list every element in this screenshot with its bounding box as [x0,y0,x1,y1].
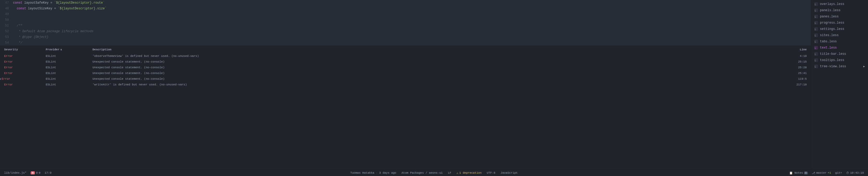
status-bar-inner: lib/index.js* 6 0 0 17:9 Tuomas Hatakka … [2,170,866,176]
code-content-48: const layoutSizeKey = `${layoutDescripto… [13,7,106,10]
warning-count: 0 [36,171,38,174]
error-count-badge: 6 [31,171,35,174]
status-position[interactable]: 17:9 [42,170,54,176]
lint-line-5: 119:5 [781,77,807,80]
svg-text:L: L [815,3,816,6]
lint-row[interactable]: Error ESLint Unexpected console statemen… [0,65,811,70]
lint-severity-2: Error [4,60,46,63]
lint-severity-3: Error [4,66,46,69]
lint-line-6: 217:10 [781,83,807,86]
less-file-icon: L [814,15,818,19]
code-content-53: * @type {Object} [13,35,49,39]
status-git[interactable]: git+ [833,170,844,176]
less-file-icon: L [814,40,818,43]
status-notes[interactable]: 📋 Notes 8 [787,170,810,176]
status-language[interactable]: JavaScript [498,171,520,174]
code-line-47: 47 const layoutSafeKey = `${layoutDescri… [0,0,811,6]
sidebar-file-item-tooltips-less[interactable]: L tooltips.less [811,57,868,63]
line-number-54: 54 [3,41,13,45]
sidebar-file-item-progress-less[interactable]: L progress.less [811,20,868,26]
separator-dot: · [376,171,378,174]
sidebar-file-item-overlays-less[interactable]: L overlays.less [811,1,868,7]
status-author[interactable]: Tuomas Hatakka · 3 days ago [348,171,398,174]
lint-severity-1: Error [4,55,46,58]
sidebar-filename-panes-less: panes.less [820,15,839,19]
status-filename[interactable]: lib/index.js* [2,170,29,176]
status-center: Tuomas Hatakka · 3 days ago Atom Package… [348,171,520,175]
less-file-icon: L [814,65,818,68]
lint-rows: Error ESLint 'observeThemeView' is defin… [0,53,811,170]
time-label: 10:43:18 [850,171,864,174]
line-number-51: 51 [3,24,13,28]
sidebar-file-item-sites-less[interactable]: L sites.less [811,32,868,38]
position-label: 17:9 [45,171,52,174]
author-label: Tuomas Hatakka [350,171,374,174]
status-encoding[interactable]: UTF-8 [485,171,497,174]
lint-severity-5: ◀ Error [4,77,46,80]
svg-text:L: L [815,35,816,37]
notes-icon: 📋 [789,171,793,175]
lint-row[interactable]: Error ESLint Unexpected console statemen… [0,59,811,65]
sidebar-file-item-title-bar-less[interactable]: L title-bar.less [811,51,868,57]
svg-text:L: L [815,53,816,56]
code-content-47: const layoutSafeKey = `${layoutDescripto… [13,1,105,5]
svg-text:L: L [815,41,816,43]
branch-label: master [816,171,827,174]
line-number-53: 53 [3,35,13,39]
sidebar-file-item-panels-less[interactable]: L panels.less [811,7,868,13]
less-file-icon-active: L [814,46,818,49]
lint-row[interactable]: ◀ Error ESLint Unexpected console statem… [0,76,811,82]
lint-line-2: 25:15 [781,60,807,63]
filename-label: lib/index.js* [4,171,27,174]
lint-provider-1: ESLint [46,55,93,58]
sidebar-filename-settings-less: settings.less [820,27,844,31]
code-content-51: /** [13,24,22,28]
info-count: 0 [39,171,40,174]
deprecation-icon: ⚠ [457,171,458,175]
lint-row[interactable]: Error ESLint Unexpected console statemen… [0,70,811,76]
code-content-54: */ [13,41,22,45]
lint-row[interactable]: Error ESLint 'observeThemeView' is defin… [0,53,811,59]
sidebar-file-item-panes-less[interactable]: L panes.less [811,13,868,20]
less-file-icon: L [814,2,818,6]
svg-text:L: L [815,28,816,31]
status-branch[interactable]: ⎇ master +1 [810,170,833,176]
lint-provider-3: ESLint [46,66,93,69]
status-deprecation[interactable]: ⚠ 1 deprecation [455,171,484,175]
git-label: git+ [835,171,842,174]
svg-text:L: L [815,47,816,49]
status-left: lib/index.js* 6 0 0 17:9 [2,170,54,176]
lint-header: Severity Provider ⇅ Description Line [0,46,811,53]
less-file-icon: L [814,52,818,56]
lint-description-4: Unexpected console statement. (no-consol… [93,72,781,75]
status-time[interactable]: ⏱ 10:43:18 [844,170,866,176]
svg-text:L: L [815,22,816,25]
lint-col-line: Line [781,48,807,51]
line-number-48: 48 [3,7,13,10]
sidebar-file-item-tabs-less[interactable]: L tabs.less [811,38,868,45]
language-label: JavaScript [500,171,518,174]
lint-description-1: 'observeThemeView' is defined but never … [93,55,781,58]
line-number-47: 47 [3,1,13,5]
sidebar-right: L overlays.less L panels.less L panes.le… [811,0,868,170]
code-line-54: 54 */ [0,40,811,46]
lint-row[interactable]: Error ESLint 'writeAttr' is defined but … [0,82,811,87]
sidebar-filename-text-less: text.less [820,46,837,49]
status-errors[interactable]: 6 0 0 [29,170,42,176]
lint-severity-6: Error [4,83,46,86]
collapse-icon[interactable]: ◀ [0,77,1,80]
less-file-icon: L [814,8,818,12]
status-breadcrumb[interactable]: Atom Packages / aeons-ui [399,171,445,174]
lint-provider-5: ESLint [46,77,93,80]
lint-description-2: Unexpected console statement. (no-consol… [93,60,781,63]
sort-icon[interactable]: ⇅ [61,48,62,51]
less-file-icon: L [814,34,818,37]
code-line-48: 48 const layoutSizeKey = `${layoutDescri… [0,6,811,11]
status-line-ending[interactable]: LF [446,171,453,174]
lint-col-severity: Severity [4,48,46,51]
sidebar-file-item-settings-less[interactable]: L settings.less [811,26,868,32]
sidebar-file-item-tree-view-less[interactable]: L tree-view.less ▶ [811,63,868,70]
sidebar-file-item-text-less[interactable]: L text.less [811,45,868,51]
sidebar-filename-title-bar-less: title-bar.less [820,52,846,56]
lint-description-5: Unexpected console statement. (no-consol… [93,77,781,80]
